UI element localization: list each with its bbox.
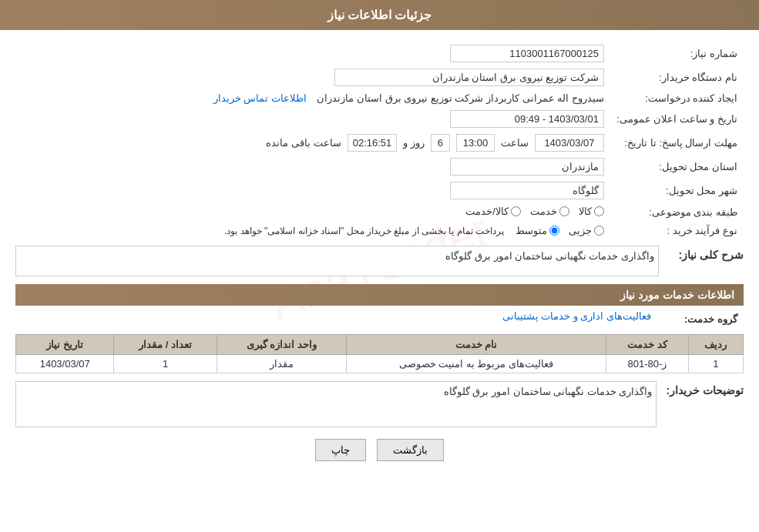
purchase-type-notice: پرداخت تمام یا بخشی از مبلغ خریداز محل "… (224, 226, 504, 236)
city-label: شهر محل تحویل: (610, 179, 744, 202)
category-kala-label: کالا (579, 206, 592, 217)
announcement-value: 1403/03/01 - 09:49 (450, 110, 604, 128)
service-group-value[interactable]: فعالیت‌های اداری و خدمات پشتیبانی (502, 310, 651, 322)
category-kala-khadamat-radio[interactable] (511, 206, 521, 216)
print-button[interactable]: چاپ (315, 439, 366, 461)
services-table: ردیف کد خدمت نام خدمت واحد اندازه گیری ت… (15, 334, 744, 373)
description-label: شرح کلی نیاز: (659, 246, 744, 264)
buttons-row: بازگشت چاپ (15, 439, 744, 461)
category-kala-khadamat-label: کالا/خدمت (465, 206, 509, 217)
purchase-motavaset-option[interactable]: متوسط (516, 225, 559, 236)
province-value: مازندران (450, 158, 604, 176)
table-cell-name: فعالیت‌های مربوط به امنیت خصوصی (346, 355, 606, 373)
col-code: کد خدمت (606, 335, 689, 355)
need-number-label: شماره نیاز: (610, 42, 744, 65)
col-row: ردیف (688, 335, 743, 355)
category-kala-khadamat-option[interactable]: کالا/خدمت (465, 206, 521, 217)
creator-link[interactable]: اطلاعات تماس خریدار (213, 92, 307, 104)
category-radio-group: کالا خدمت کالا/خدمت (465, 206, 604, 217)
page-title: جزئیات اطلاعات نیاز (327, 8, 432, 22)
description-value: واگذاری خدمات نگهبانی ساختمان امور برق گ… (15, 246, 659, 276)
table-row: 1ز-80-801فعالیت‌های مربوط به امنیت خصوصی… (16, 355, 744, 373)
purchase-type-label: نوع فرآیند خرید : (610, 222, 744, 239)
need-number-value: 1103001167000125 (450, 45, 604, 62)
purchase-jozei-option[interactable]: جزیی (569, 225, 604, 236)
category-kala-radio[interactable] (594, 206, 604, 216)
back-button[interactable]: بازگشت (377, 439, 444, 461)
category-khadamat-label: خدمت (530, 206, 557, 217)
creator-label: ایجاد کننده درخواست: (610, 89, 744, 107)
reply-days: 6 (431, 134, 450, 152)
reply-days-label: روز و (403, 137, 425, 149)
page-header: جزئیات اطلاعات نیاز (0, 0, 759, 30)
table-cell-code: ز-80-801 (606, 355, 689, 373)
category-label: طبقه بندی موضوعی: (610, 202, 744, 222)
buyer-desc-value: واگذاری خدمات نگهبانی ساختمان امور برق گ… (15, 381, 657, 427)
purchase-jozei-label: جزیی (569, 225, 592, 236)
reply-remaining: 02:16:51 (348, 134, 398, 152)
col-date: تاریخ نیاز (16, 335, 114, 355)
buyer-org-value: شرکت توزیع نیروی برق استان مازندران (334, 69, 604, 86)
table-cell-date: 1403/03/07 (16, 355, 114, 373)
reply-remaining-label: ساعت باقی مانده (266, 137, 341, 149)
purchase-jozei-radio[interactable] (594, 226, 604, 236)
col-qty: تعداد / مقدار (114, 335, 217, 355)
services-section-header: اطلاعات خدمات مورد نیاز (15, 284, 744, 306)
announcement-label: تاریخ و ساعت اعلان عمومی: (610, 107, 744, 131)
reply-date: 1403/03/07 (535, 134, 604, 152)
reply-time: 13:00 (456, 134, 495, 152)
city-value: گلوگاه (450, 182, 604, 199)
col-unit: واحد اندازه گیری (217, 335, 346, 355)
table-cell-quantity: 1 (114, 355, 217, 373)
buyer-desc-label: توضیحات خریدار: (657, 381, 744, 400)
purchase-motavaset-radio[interactable] (549, 226, 559, 236)
creator-value: سیدروح اله عمرانی کاربرداز شرکت توزیع نی… (317, 92, 604, 104)
table-cell-unit: مقدار (217, 355, 346, 373)
category-khadamat-radio[interactable] (559, 206, 569, 216)
province-label: استان محل تحویل: (610, 155, 744, 179)
category-khadamat-option[interactable]: خدمت (530, 206, 569, 217)
col-name: نام خدمت (346, 335, 606, 355)
buyer-org-label: نام دستگاه خریدار: (610, 65, 744, 89)
category-kala-option[interactable]: کالا (579, 206, 604, 217)
purchase-motavaset-label: متوسط (516, 225, 547, 236)
reply-time-label: ساعت (501, 137, 529, 149)
reply-deadline-label: مهلت ارسال پاسخ: تا تاریخ: (610, 131, 744, 155)
service-group-label: گروه خدمت: (651, 310, 744, 328)
table-cell-row: 1 (688, 355, 743, 373)
